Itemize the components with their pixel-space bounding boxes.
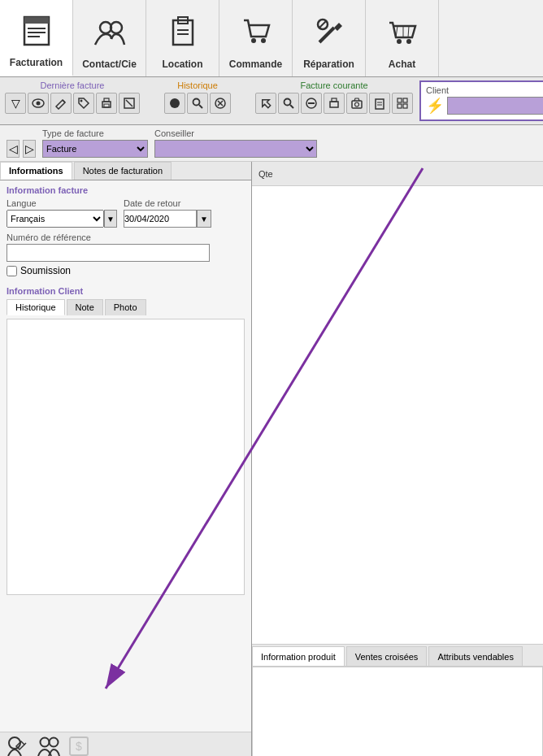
form-row: ◁ ▷ Type de facture Facture Conseiller — [0, 125, 543, 162]
tag-btn[interactable] — [73, 93, 94, 114]
clear-btn[interactable] — [210, 93, 231, 114]
svg-point-52 — [9, 737, 20, 749]
svg-point-37 — [285, 99, 291, 106]
toolbar-facture-courante: Facture courante — [255, 80, 413, 114]
client-input[interactable] — [447, 97, 543, 115]
achat-icon — [386, 16, 419, 55]
print2-btn[interactable] — [324, 93, 345, 114]
user-group-icon[interactable] — [37, 735, 60, 757]
nav-contact[interactable]: Contact/Cie — [73, 0, 146, 76]
svg-rect-27 — [104, 98, 109, 102]
svg-line-15 — [319, 21, 326, 28]
client-tab-note[interactable]: Note — [67, 299, 103, 315]
commande-icon — [240, 16, 272, 55]
derniere-facture-buttons: ▽ — [5, 93, 140, 114]
bottom-content — [252, 667, 543, 756]
bottom-tab-info-produit[interactable]: Information produit — [252, 646, 345, 666]
svg-point-25 — [80, 100, 83, 102]
nav-achat[interactable]: Achat — [366, 0, 439, 76]
edit-btn[interactable] — [50, 93, 72, 114]
qte-label: Qte — [252, 169, 280, 179]
reparation-label: Réparation — [303, 59, 354, 70]
prev-btn[interactable]: ◁ — [7, 140, 20, 158]
svg-line-30 — [126, 100, 132, 106]
langue-dropdown-btn[interactable]: ▼ — [104, 210, 117, 228]
type-facture-label: Type de facture — [42, 128, 148, 138]
date-picker-btn[interactable]: ▼ — [197, 210, 211, 228]
client-search-box: Client ⚡ 🔍 — [419, 80, 543, 121]
svg-line-24 — [63, 100, 65, 102]
bottom-tab-ventes[interactable]: Ventes croisées — [346, 646, 428, 666]
minus-btn[interactable] — [301, 93, 322, 114]
svg-rect-50 — [397, 104, 402, 108]
langue-field: Langue Français ▼ — [7, 198, 117, 228]
svg-line-19 — [408, 26, 409, 37]
export-btn[interactable] — [255, 93, 276, 114]
toolbar-historique: Historique — [164, 80, 231, 121]
svg-rect-51 — [403, 104, 407, 108]
svg-line-33 — [199, 105, 202, 108]
conseiller-select[interactable] — [154, 140, 317, 158]
left-tabs: Informations Notes de facturation — [0, 162, 251, 180]
client-tab-historique[interactable]: Historique — [7, 299, 65, 315]
svg-rect-1 — [24, 17, 49, 24]
clipboard-btn[interactable] — [369, 93, 390, 114]
conseiller-field: Conseiller — [154, 128, 317, 158]
view-btn[interactable] — [28, 93, 49, 114]
location-icon — [167, 16, 199, 55]
num-ref-row: Numéro de référence — [7, 232, 245, 262]
search-btn[interactable] — [187, 93, 208, 114]
dropdown-btn[interactable]: ▽ — [5, 93, 26, 114]
nav-commande[interactable]: Commande — [219, 0, 293, 76]
camera-btn[interactable] — [346, 93, 367, 114]
client-tab-photo[interactable]: Photo — [105, 299, 146, 315]
left-bottom-bar: $ — [0, 732, 251, 756]
nav-reparation[interactable]: Réparation — [293, 0, 366, 76]
svg-point-31 — [170, 98, 180, 108]
bottom-tabs: Information produit Ventes croisées Attr… — [252, 644, 543, 667]
achat-label: Achat — [389, 59, 415, 70]
svg-point-20 — [397, 39, 402, 44]
right-content — [252, 186, 543, 644]
bottom-tab-attributs[interactable]: Attributs vendables — [428, 646, 523, 666]
svg-rect-41 — [330, 102, 338, 107]
next-btn[interactable]: ▷ — [23, 140, 36, 158]
historique-label: Historique — [177, 80, 218, 90]
toolbar-derniere-facture: Dernière facture ▽ — [5, 80, 140, 121]
user-edit-icon[interactable] — [7, 735, 29, 757]
date-input[interactable] — [124, 210, 197, 228]
block-btn[interactable] — [119, 93, 140, 114]
flash-icon: ⚡ — [426, 97, 444, 115]
derniere-facture-label: Dernière facture — [41, 80, 105, 90]
nav-location[interactable]: Location — [146, 0, 219, 76]
langue-label: Langue — [7, 198, 117, 208]
facture-courante-label: Facture courante — [300, 80, 367, 90]
right-header: Qte — [252, 162, 543, 186]
info-facture-section: Information facture Langue Français ▼ Da… — [0, 180, 251, 286]
type-facture-select[interactable]: Facture — [42, 140, 148, 158]
langue-date-row: Langue Français ▼ Date de retour ▼ — [7, 198, 245, 228]
zoom-btn[interactable] — [278, 93, 299, 114]
print-btn[interactable] — [96, 93, 117, 114]
svg-rect-49 — [403, 98, 407, 102]
info-facture-title: Information facture — [7, 185, 245, 195]
tab-notes[interactable]: Notes de facturation — [74, 162, 172, 180]
svg-line-38 — [290, 105, 293, 108]
toolbar: Dernière facture ▽ — [0, 77, 543, 125]
top-navigation: Facturation Contact/Cie — [0, 0, 543, 77]
num-ref-input[interactable] — [7, 244, 210, 262]
langue-select[interactable]: Français — [7, 210, 104, 228]
grid-btn[interactable] — [392, 93, 413, 114]
circle-btn[interactable] — [164, 93, 185, 114]
client-label: Client — [426, 85, 543, 95]
client-input-row: ⚡ 🔍 — [426, 95, 543, 116]
svg-point-12 — [261, 38, 266, 43]
nav-facturation[interactable]: Facturation — [0, 0, 73, 76]
location-label: Location — [163, 59, 203, 70]
contact-label: Contact/Cie — [82, 59, 137, 70]
soumission-checkbox[interactable] — [7, 266, 17, 276]
commande-label: Commande — [229, 59, 282, 70]
tab-informations[interactable]: Informations — [0, 162, 72, 180]
svg-point-11 — [251, 38, 256, 43]
right-panel: Qte Information produit Ventes croisées … — [252, 162, 543, 756]
